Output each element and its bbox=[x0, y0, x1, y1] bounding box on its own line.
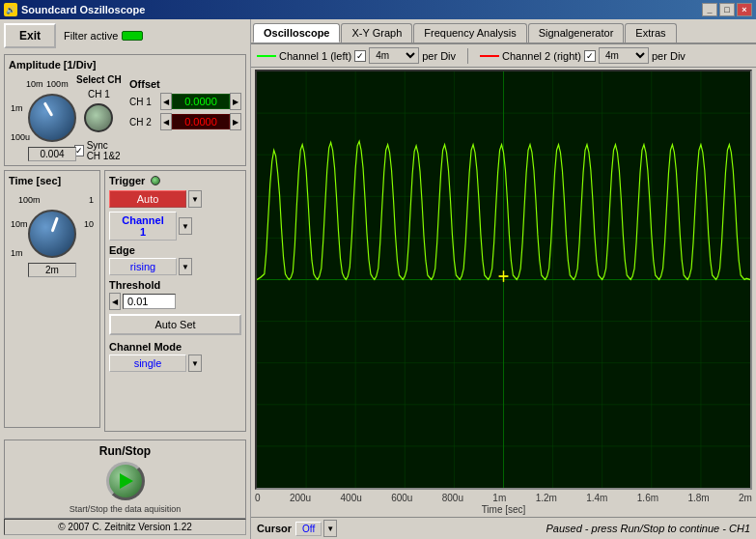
window-controls: _ □ × bbox=[702, 3, 752, 16]
filter-label: Filter active bbox=[64, 30, 118, 42]
select-ch-area: Select CH CH 1 ✓ Sync CH 1&2 bbox=[74, 74, 124, 161]
trigger-title: Trigger bbox=[109, 175, 145, 186]
time-title: Time [sec] bbox=[9, 175, 96, 186]
x-label-800u: 800u bbox=[442, 493, 463, 503]
offset-title: Offset bbox=[129, 78, 241, 90]
tab-xy-graph[interactable]: X-Y Graph bbox=[341, 23, 412, 43]
threshold-input-row: ◀ bbox=[109, 293, 241, 310]
threshold-down[interactable]: ◀ bbox=[109, 293, 121, 310]
ch2-channel-label: Channel 2 (right) bbox=[502, 50, 581, 62]
amp-label-10m: 10m bbox=[26, 79, 43, 89]
sync-label: Sync CH 1&2 bbox=[87, 140, 124, 161]
play-icon bbox=[120, 473, 133, 489]
cursor-dropdown[interactable]: ▼ bbox=[323, 520, 337, 537]
time-knob-container: 100m 1 10m 10 1m 2m bbox=[9, 190, 96, 277]
run-stop-button[interactable] bbox=[106, 462, 145, 500]
cursor-label: Cursor bbox=[257, 523, 292, 534]
ch2-channel-checkbox[interactable]: ✓ bbox=[584, 50, 596, 62]
scope-grid bbox=[257, 71, 750, 488]
amplitude-knob[interactable] bbox=[28, 94, 76, 142]
amplitude-value[interactable]: 0.004 bbox=[28, 147, 76, 161]
trigger-led bbox=[151, 176, 160, 185]
channel-mode-dropdown[interactable]: ▼ bbox=[188, 355, 202, 372]
cursor-select: Off ▼ bbox=[295, 520, 337, 537]
x-label-400u: 400u bbox=[341, 493, 362, 503]
x-label-1.6m: 1.6m bbox=[637, 493, 658, 503]
status-text: Paused - press Run/Stop to continue - CH… bbox=[345, 523, 750, 534]
ch2-offset-value[interactable]: 0.0000 bbox=[172, 114, 230, 129]
trigger-auto-row: Auto ▼ bbox=[109, 190, 241, 208]
ch1-offset-down[interactable]: ◀ bbox=[160, 93, 172, 110]
channel-mode-selector: single ▼ bbox=[109, 355, 241, 372]
trigger-auto-button[interactable]: Auto bbox=[109, 190, 186, 208]
minimize-button[interactable]: _ bbox=[702, 3, 717, 16]
ch1-led[interactable] bbox=[84, 103, 113, 132]
tab-bar: Oscilloscope X-Y Graph Frequency Analysi… bbox=[251, 19, 756, 44]
ch2-line bbox=[480, 55, 499, 57]
ch2-offset-up[interactable]: ▶ bbox=[230, 113, 241, 130]
cursor-off-button[interactable]: Off bbox=[295, 522, 322, 536]
edge-selector: rising ▼ bbox=[109, 258, 241, 275]
right-panel: Oscilloscope X-Y Graph Frequency Analysi… bbox=[251, 19, 756, 539]
time-label-1: 1 bbox=[89, 195, 94, 205]
close-button[interactable]: × bbox=[737, 3, 752, 16]
threshold-field[interactable] bbox=[123, 294, 176, 309]
trigger-section: Trigger Auto ▼ Channel 1 ▼ Edge rising bbox=[104, 170, 246, 432]
exit-button[interactable]: Exit bbox=[4, 23, 56, 48]
ch2-offset-spinner: ◀ 0.0000 ▶ bbox=[160, 113, 241, 130]
channel-bar: Channel 1 (left) ✓ 4m1m10m100m per Div C… bbox=[251, 44, 756, 68]
filter-led bbox=[122, 31, 143, 41]
amp-label-100u: 100u bbox=[11, 132, 30, 142]
ch1-per-div-label: per Div bbox=[422, 50, 456, 62]
ch2-per-div-select[interactable]: 4m1m10m100m bbox=[599, 47, 649, 64]
ch2-indicator: Channel 2 (right) ✓ 4m1m10m100m per Div bbox=[480, 47, 686, 64]
ch2-offset-down[interactable]: ◀ bbox=[160, 113, 172, 130]
filter-row: Filter active bbox=[64, 30, 143, 42]
copyright-bar: © 2007 C. Zeitnitz Version 1.22 bbox=[4, 519, 246, 535]
time-label-100m: 100m bbox=[18, 195, 41, 205]
title-bar: 🔊 Soundcard Oszilloscope _ □ × bbox=[0, 0, 756, 19]
edge-button[interactable]: rising bbox=[109, 258, 177, 275]
offset-area: Offset CH 1 ◀ 0.0000 ▶ CH 2 ◀ 0.00 bbox=[129, 78, 241, 161]
time-value[interactable]: 2m bbox=[28, 263, 76, 277]
bottom-bar: Cursor Off ▼ Paused - press Run/Stop to … bbox=[251, 517, 756, 539]
amplitude-knob-container: 10m 100m 1m 1 100u 0.004 bbox=[9, 74, 69, 161]
top-controls: Exit Filter active bbox=[4, 23, 246, 48]
trigger-channel-button[interactable]: Channel 1 bbox=[109, 212, 177, 241]
x-label-1m: 1m bbox=[492, 493, 506, 503]
x-axis-title: Time [sec] bbox=[251, 504, 756, 515]
auto-set-button[interactable]: Auto Set bbox=[109, 314, 241, 335]
ch1-label: CH 1 bbox=[88, 89, 110, 99]
time-label-10m: 10m bbox=[11, 219, 28, 229]
channel-mode-button[interactable]: single bbox=[109, 355, 186, 372]
tab-extras[interactable]: Extras bbox=[625, 23, 676, 43]
tab-frequency-analysis[interactable]: Frequency Analysis bbox=[413, 23, 526, 43]
time-knob[interactable] bbox=[28, 210, 76, 258]
scope-display bbox=[255, 70, 752, 490]
left-panel: Exit Filter active Amplitude [1/Div] 10m… bbox=[0, 19, 251, 539]
left-bottom: Time [sec] 100m 1 10m 10 1m 2m Trigger bbox=[4, 170, 246, 432]
run-stop-section: Run/Stop Start/Stop the data aquisition bbox=[4, 440, 246, 519]
ch1-channel-checkbox[interactable]: ✓ bbox=[354, 50, 366, 62]
channel-mode-label: Channel Mode bbox=[109, 341, 241, 353]
app-icon: 🔊 bbox=[4, 3, 17, 16]
x-label-2m: 2m bbox=[739, 493, 752, 503]
run-stop-title: Run/Stop bbox=[9, 444, 241, 458]
select-ch-label: Select CH bbox=[76, 74, 122, 85]
edge-dropdown[interactable]: ▼ bbox=[179, 258, 192, 275]
ch2-per-div-label: per Div bbox=[652, 50, 686, 62]
tab-oscilloscope[interactable]: Oscilloscope bbox=[253, 23, 340, 43]
run-stop-label: Start/Stop the data aquisition bbox=[9, 504, 241, 514]
x-axis-labels: 0 200u 400u 600u 800u 1m 1.2m 1.4m 1.6m … bbox=[251, 492, 756, 504]
ch1-offset-row: CH 1 ◀ 0.0000 ▶ bbox=[129, 93, 241, 110]
trigger-auto-dropdown[interactable]: ▼ bbox=[188, 190, 202, 208]
trigger-channel-dropdown[interactable]: ▼ bbox=[179, 217, 192, 235]
x-label-200u: 200u bbox=[290, 493, 311, 503]
x-label-1.4m: 1.4m bbox=[586, 493, 607, 503]
ch2-offset-row: CH 2 ◀ 0.0000 ▶ bbox=[129, 113, 241, 130]
ch1-per-div-select[interactable]: 4m1m10m100m bbox=[369, 47, 419, 64]
ch1-offset-value[interactable]: 0.0000 bbox=[172, 94, 230, 109]
maximize-button[interactable]: □ bbox=[719, 3, 735, 16]
tab-signalgenerator[interactable]: Signalgenerator bbox=[528, 23, 625, 43]
ch1-offset-up[interactable]: ▶ bbox=[230, 93, 241, 110]
